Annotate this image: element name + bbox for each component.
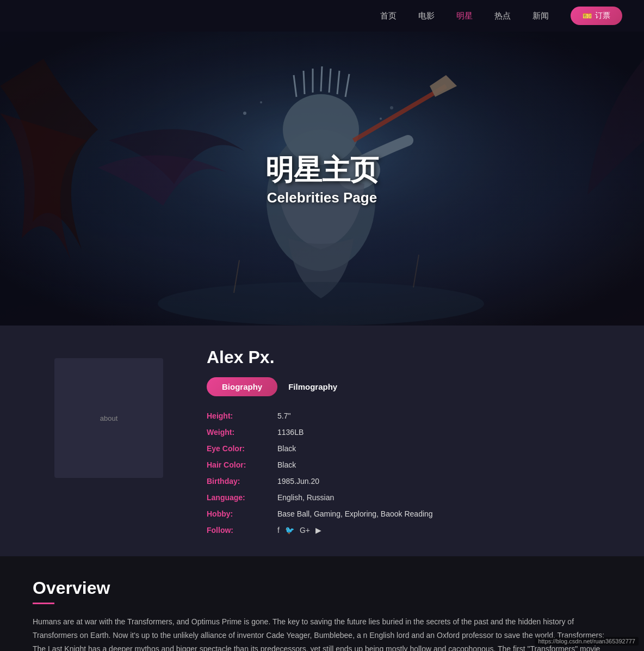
value-hobby: Base Ball, Gaming, Exploring, Baook Read… <box>277 509 611 518</box>
hero-title-chinese: 明星主页 <box>265 151 379 189</box>
label-hobby: Hobby: <box>207 509 277 518</box>
tab-filmography[interactable]: Filmography <box>288 382 337 391</box>
ticket-label: 订票 <box>595 11 610 21</box>
twitter-icon[interactable]: 🐦 <box>285 526 294 535</box>
svg-point-14 <box>158 282 484 326</box>
label-eye-color: Eye Color: <box>207 444 277 453</box>
facebook-icon[interactable]: f <box>277 526 280 535</box>
value-language: English, Russian <box>277 493 611 502</box>
profile-section: about Alex Px. Biography Filmography Hei… <box>0 326 644 556</box>
youtube-icon[interactable]: ▶ <box>315 526 321 535</box>
svg-line-5 <box>304 71 305 94</box>
nav-hot[interactable]: 热点 <box>494 11 511 21</box>
info-table: Height: 5.7" Weight: 1136LB Eye Color: B… <box>207 412 611 535</box>
label-follow: Follow: <box>207 526 277 535</box>
svg-line-7 <box>321 66 322 91</box>
label-birthday: Birthday: <box>207 477 277 486</box>
hero-section: 明星主页 Celebrities Page <box>0 32 644 326</box>
profile-image: about <box>54 358 163 478</box>
overview-underline <box>33 603 54 604</box>
svg-point-17 <box>380 118 382 120</box>
profile-info: Alex Px. Biography Filmography Height: 5… <box>207 347 611 535</box>
svg-point-16 <box>260 101 262 103</box>
googleplus-icon[interactable]: G+ <box>300 526 310 535</box>
svg-point-18 <box>390 106 393 109</box>
ticket-icon: 🎫 <box>583 11 592 20</box>
profile-image-area: about <box>33 347 185 535</box>
ticket-button[interactable]: 🎫 订票 <box>571 7 622 25</box>
social-icons-row: f 🐦 G+ ▶ <box>277 526 611 535</box>
navbar: 首页 电影 明星 热点 新闻 🎫 订票 <box>0 0 644 32</box>
social-icons-group: f 🐦 G+ ▶ <box>277 526 611 535</box>
overview-title: Overview <box>33 578 611 598</box>
url-bar: https://blog.csdn.net/ruan365392777 <box>535 637 639 646</box>
nav-news[interactable]: 新闻 <box>532 11 549 21</box>
label-weight: Weight: <box>207 428 277 437</box>
nav-home[interactable]: 首页 <box>380 11 397 21</box>
hero-title-english: Celebrities Page <box>265 189 379 206</box>
value-height: 5.7" <box>277 412 611 420</box>
nav-stars[interactable]: 明星 <box>456 11 473 21</box>
label-language: Language: <box>207 493 277 502</box>
value-birthday: 1985.Jun.20 <box>277 477 611 486</box>
label-hair-color: Hair Color: <box>207 460 277 469</box>
label-height: Height: <box>207 412 277 420</box>
nav-movies[interactable]: 电影 <box>418 11 435 21</box>
overview-text: Humans are at war with the Transformers,… <box>33 615 611 651</box>
hero-title-block: 明星主页 Celebrities Page <box>265 151 379 206</box>
profile-image-label: about <box>100 414 118 422</box>
value-weight: 1136LB <box>277 428 611 437</box>
value-eye-color: Black <box>277 444 611 453</box>
value-hair-color: Black <box>277 460 611 469</box>
tab-row: Biography Filmography <box>207 377 611 396</box>
celebrity-name: Alex Px. <box>207 347 611 367</box>
svg-point-15 <box>243 112 246 115</box>
tab-biography[interactable]: Biography <box>207 377 277 396</box>
